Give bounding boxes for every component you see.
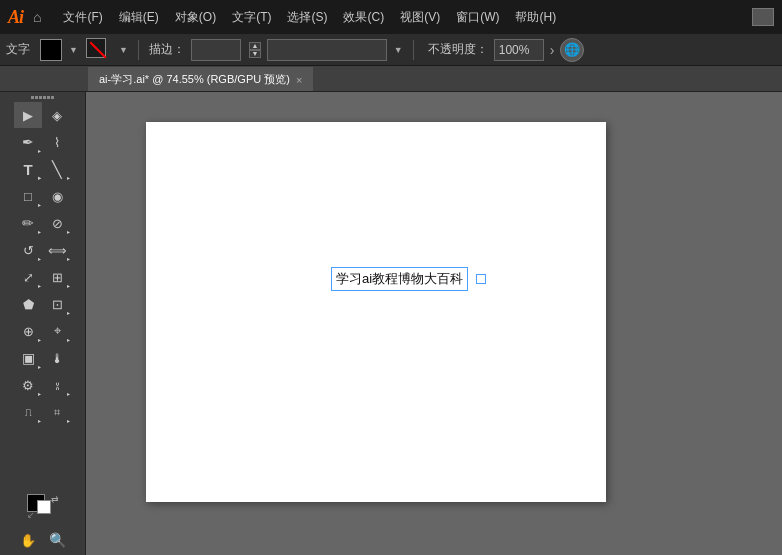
tool-row-4: □▸ ◉ <box>14 183 71 209</box>
style-field[interactable] <box>267 39 387 61</box>
stroke-spinner[interactable]: ▲ ▼ <box>249 42 261 58</box>
stroke-swatch-container[interactable] <box>84 36 112 64</box>
column-graph-tool[interactable]: ⎍▸ <box>14 399 42 425</box>
symbol-tool[interactable]: ⩆▸ <box>43 372 71 398</box>
fill-swatch[interactable] <box>40 39 62 61</box>
home-icon[interactable]: ⌂ <box>33 9 41 25</box>
tool-row-11: ⚙▸ ⩆▸ <box>14 372 71 398</box>
document-tab[interactable]: ai-学习.ai* @ 74.55% (RGB/GPU 预览) × <box>88 67 313 91</box>
pencil-tool[interactable]: ✏▸ <box>14 210 42 236</box>
warp-tool[interactable]: ⊞▸ <box>43 264 71 290</box>
rect-tool[interactable]: □▸ <box>14 183 42 209</box>
window-controls <box>752 8 774 26</box>
tab-bar: ai-学习.ai* @ 74.55% (RGB/GPU 预览) × <box>0 66 782 92</box>
reflect-tool[interactable]: ⟺▸ <box>43 237 71 263</box>
menu-window[interactable]: 窗口(W) <box>448 5 507 30</box>
zoom-tool[interactable]: 🔍 <box>43 527 71 553</box>
tool-row-hand-zoom: ✋ 🔍 <box>14 527 71 553</box>
shape-builder-tool[interactable]: ⬟ <box>14 291 42 317</box>
blend-tool[interactable]: ⚙▸ <box>14 372 42 398</box>
arrange-windows-icon[interactable] <box>752 8 774 26</box>
tool-row-8: ⬟ ⊡▸ <box>14 291 71 317</box>
curvature-tool[interactable]: ⌇ <box>43 129 71 155</box>
tool-row-6: ↺▸ ⟺▸ <box>14 237 71 263</box>
tool-row-10: ▣▸ 🌡 <box>14 345 71 371</box>
opacity-field[interactable]: 100% <box>494 39 544 61</box>
eraser-tool[interactable]: ⊘▸ <box>43 210 71 236</box>
left-toolbar: ▶ ◈ ✒▸ ⌇ T▸ ╲▸ □▸ ◉ ✏▸ ⊘▸ ↺▸ ⟺▸ ⤢▸ ⊞▸ ⬟ <box>0 92 86 555</box>
menu-select[interactable]: 选择(S) <box>279 5 335 30</box>
toolbar-grip <box>31 96 54 99</box>
eyedropper-tool[interactable]: 🌡 <box>43 345 71 371</box>
stroke-spin-up[interactable]: ▲ <box>249 42 261 50</box>
tool-row-12: ⎍▸ ⌗▸ <box>14 399 71 425</box>
canvas-area[interactable]: 学习ai教程博物大百科 <box>86 92 782 555</box>
mesh-tool[interactable]: ⌖▸ <box>43 318 71 344</box>
globe-icon[interactable]: 🌐 <box>560 38 584 62</box>
pen-tool[interactable]: ✒▸ <box>14 129 42 155</box>
anchor-handle[interactable] <box>476 274 486 284</box>
live-paint-tool[interactable]: ⊡▸ <box>43 291 71 317</box>
paintbrush-tool[interactable]: ◉ <box>43 183 71 209</box>
fill-dropdown-arrow[interactable]: ▼ <box>69 45 78 55</box>
type-tool[interactable]: T▸ <box>14 156 42 182</box>
menu-bar: 文件(F) 编辑(E) 对象(O) 文字(T) 选择(S) 效果(C) 视图(V… <box>55 5 752 30</box>
title-bar: Ai ⌂ 文件(F) 编辑(E) 对象(O) 文字(T) 选择(S) 效果(C)… <box>0 0 782 34</box>
menu-file[interactable]: 文件(F) <box>55 5 110 30</box>
stroke-label: 描边： <box>149 41 185 58</box>
tool-row-2: ✒▸ ⌇ <box>14 129 71 155</box>
hand-tool[interactable]: ✋ <box>14 527 42 553</box>
perspective-grid-tool[interactable]: ⊕▸ <box>14 318 42 344</box>
swap-colors-icon[interactable]: ⇄ <box>51 494 59 504</box>
scale-tool[interactable]: ⤢▸ <box>14 264 42 290</box>
menu-object[interactable]: 对象(O) <box>167 5 224 30</box>
options-bar: 文字 ▼ ▼ 描边： ▲ ▼ ▼ 不透明度： 100% › 🌐 <box>0 34 782 66</box>
reset-colors-icon[interactable]: ↙ <box>27 510 35 520</box>
selection-tool[interactable]: ▶ <box>14 102 42 128</box>
menu-edit[interactable]: 编辑(E) <box>111 5 167 30</box>
background-swatch[interactable] <box>37 500 51 514</box>
artboard: 学习ai教程博物大百科 <box>146 122 606 502</box>
separator-2 <box>413 40 414 60</box>
gradient-tool[interactable]: ▣▸ <box>14 345 42 371</box>
tool-row-7: ⤢▸ ⊞▸ <box>14 264 71 290</box>
menu-view[interactable]: 视图(V) <box>392 5 448 30</box>
separator-1 <box>138 40 139 60</box>
options-text-label: 文字 <box>6 41 30 58</box>
stroke-dropdown-arrow[interactable]: ▼ <box>119 45 128 55</box>
menu-help[interactable]: 帮助(H) <box>507 5 564 30</box>
line-tool[interactable]: ╲▸ <box>43 156 71 182</box>
opacity-label: 不透明度： <box>428 41 488 58</box>
canvas-text: 学习ai教程博物大百科 <box>336 271 463 286</box>
menu-type[interactable]: 文字(T) <box>224 5 279 30</box>
tool-row-3: T▸ ╲▸ <box>14 156 71 182</box>
tab-close-button[interactable]: × <box>296 74 302 86</box>
text-element[interactable]: 学习ai教程博物大百科 <box>331 267 486 291</box>
tool-row-9: ⊕▸ ⌖▸ <box>14 318 71 344</box>
style-dropdown-arrow[interactable]: ▼ <box>394 45 403 55</box>
menu-effect[interactable]: 效果(C) <box>335 5 392 30</box>
stroke-value-field[interactable] <box>191 39 241 61</box>
tab-title: ai-学习.ai* @ 74.55% (RGB/GPU 预览) <box>99 72 290 87</box>
tool-row-1: ▶ ◈ <box>14 102 71 128</box>
color-swatches: ⇄ ↙ <box>27 494 59 522</box>
artboard-tool[interactable]: ⌗▸ <box>43 399 71 425</box>
expand-options-arrow[interactable]: › <box>550 42 555 58</box>
text-bounding-box[interactable]: 学习ai教程博物大百科 <box>331 267 468 291</box>
rotate-tool[interactable]: ↺▸ <box>14 237 42 263</box>
stroke-spin-down[interactable]: ▼ <box>249 50 261 58</box>
main-area: ▶ ◈ ✒▸ ⌇ T▸ ╲▸ □▸ ◉ ✏▸ ⊘▸ ↺▸ ⟺▸ ⤢▸ ⊞▸ ⬟ <box>0 92 782 555</box>
ai-logo: Ai <box>8 7 23 28</box>
direct-selection-tool[interactable]: ◈ <box>43 102 71 128</box>
tool-row-5: ✏▸ ⊘▸ <box>14 210 71 236</box>
